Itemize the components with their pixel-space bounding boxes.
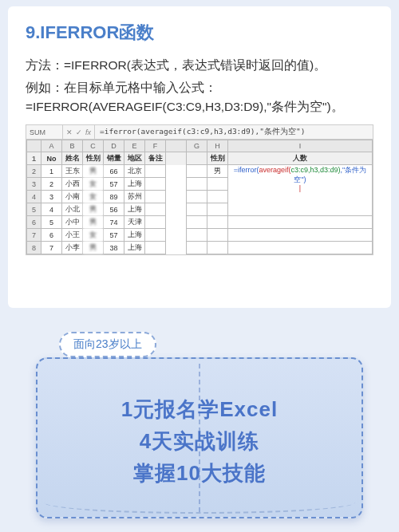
cell-no[interactable]: 7 <box>41 242 62 254</box>
cell-empty[interactable] <box>228 242 373 254</box>
gap-cell <box>166 191 187 203</box>
cell-note[interactable] <box>145 242 166 254</box>
cell-sex[interactable]: 女 <box>83 178 104 191</box>
example-text: 例如：在目标单元格中输入公式：=IFERROR(AVERAGEIF(C3:C9,… <box>26 78 373 116</box>
cell-sales[interactable]: 38 <box>104 242 124 254</box>
row-num[interactable]: 8 <box>27 242 41 254</box>
col-C[interactable]: C <box>83 140 104 152</box>
promo-book[interactable]: 1元报名学Excel 4天实战训练 掌握10大技能 <box>36 357 363 518</box>
cell-name[interactable]: 小李 <box>62 242 83 254</box>
cell-region[interactable]: 上海 <box>124 242 145 254</box>
col-G[interactable]: G <box>187 140 207 152</box>
col-E[interactable]: E <box>124 140 145 152</box>
corner-cell[interactable] <box>27 140 41 152</box>
fx-icon[interactable]: fx <box>85 128 91 136</box>
cell-region[interactable]: 天津 <box>124 216 145 229</box>
promo-section: 面向23岁以上 1元报名学Excel 4天实战训练 掌握10大技能 <box>8 335 391 518</box>
cell-region[interactable]: 上海 <box>124 178 145 191</box>
row-num[interactable]: 1 <box>27 152 41 165</box>
cell-sex[interactable]: 男 <box>83 165 104 178</box>
cell-empty[interactable] <box>207 203 228 216</box>
cell-sex[interactable]: 男 <box>83 242 104 254</box>
name-box[interactable]: SUM <box>26 125 63 139</box>
col-I[interactable]: I <box>228 140 373 152</box>
hdr-right-count[interactable]: 人数 <box>228 152 373 165</box>
row-num[interactable]: 4 <box>27 191 41 203</box>
cursor-icon: | <box>299 184 301 192</box>
hdr-note[interactable]: 备注 <box>145 152 166 165</box>
row-num[interactable]: 7 <box>27 229 41 242</box>
cell-name[interactable]: 小北 <box>62 203 83 216</box>
cell-note[interactable] <box>145 229 166 242</box>
cell-sales[interactable]: 74 <box>104 216 124 229</box>
cell-note[interactable] <box>145 216 166 229</box>
formula-result-cell[interactable]: =iferror(averageif(c3:c9,h3,d3:d9),"条件为空… <box>228 165 373 216</box>
cell-no[interactable]: 2 <box>41 178 62 191</box>
cell-name[interactable]: 小王 <box>62 229 83 242</box>
row-num[interactable]: 3 <box>27 178 41 191</box>
cell-empty[interactable] <box>207 191 228 203</box>
cell-empty[interactable] <box>207 216 228 229</box>
cell-name[interactable]: 王东 <box>62 165 83 178</box>
hdr-sex[interactable]: 性别 <box>83 152 104 165</box>
cell-empty[interactable] <box>207 229 228 242</box>
cell-note[interactable] <box>145 165 166 178</box>
cell-name[interactable]: 小南 <box>62 191 83 203</box>
cell-region[interactable]: 北京 <box>124 165 145 178</box>
excel-screenshot: SUM ✕ ✓ fx =iferror(averageif(c3:c9,h3,d… <box>26 124 373 255</box>
hdr-name[interactable]: 姓名 <box>62 152 83 165</box>
row-num[interactable]: 6 <box>27 216 41 229</box>
cell-note[interactable] <box>145 203 166 216</box>
cell-region[interactable]: 上海 <box>124 229 145 242</box>
row-num[interactable]: 5 <box>27 203 41 216</box>
col-F[interactable]: F <box>145 140 166 152</box>
gap-cell2 <box>187 216 207 229</box>
cell-region[interactable]: 苏州 <box>124 191 145 203</box>
col-D[interactable]: D <box>104 140 124 152</box>
hdr-no[interactable]: No <box>41 152 62 165</box>
cell-sex[interactable]: 男 <box>83 203 104 216</box>
table-row: 6 5 小中 男 74 天津 <box>27 216 373 229</box>
formula-seg-avgif: averageif( <box>259 166 290 174</box>
cell-empty[interactable] <box>207 242 228 254</box>
age-tag: 面向23岁以上 <box>59 332 156 357</box>
cell-name[interactable]: 小中 <box>62 216 83 229</box>
cell-no[interactable]: 6 <box>41 229 62 242</box>
cell-no[interactable]: 5 <box>41 216 62 229</box>
col-B[interactable]: B <box>62 140 83 152</box>
hdr-region[interactable]: 地区 <box>124 152 145 165</box>
formula-input[interactable]: =iferror(averageif(c3:c9,h3,d3:d9),"条件为空… <box>95 127 373 137</box>
cell-sex[interactable]: 女 <box>83 191 104 203</box>
col-A[interactable]: A <box>41 140 62 152</box>
cell-sales[interactable]: 66 <box>104 165 124 178</box>
cell-empty[interactable] <box>207 178 228 191</box>
cell-sales[interactable]: 57 <box>104 229 124 242</box>
cell-sales[interactable]: 57 <box>104 178 124 191</box>
cell-note[interactable] <box>145 178 166 191</box>
col-header-row: A B C D E F G H I <box>27 140 373 152</box>
cell-right-sex[interactable]: 男 <box>207 165 228 178</box>
cell-sales[interactable]: 89 <box>104 191 124 203</box>
cancel-icon[interactable]: ✕ <box>66 128 73 136</box>
cell-no[interactable]: 1 <box>41 165 62 178</box>
cell-sex[interactable]: 女 <box>83 229 104 242</box>
cell-name[interactable]: 小西 <box>62 178 83 191</box>
cell-sales[interactable]: 56 <box>104 203 124 216</box>
cell-no[interactable]: 3 <box>41 191 62 203</box>
method-text: 方法：=IFERROR(表达式，表达式错误时返回的值)。 <box>26 56 373 75</box>
gap-cell <box>166 203 187 216</box>
row-num[interactable]: 2 <box>27 165 41 178</box>
cell-region[interactable]: 上海 <box>124 203 145 216</box>
hdr-right-sex[interactable]: 性别 <box>207 152 228 165</box>
cell-empty[interactable] <box>228 216 373 229</box>
worksheet[interactable]: A B C D E F G H I 1 No 姓名 性别 销量 <box>26 140 373 254</box>
gap-cell2 <box>187 165 207 178</box>
cell-note[interactable] <box>145 191 166 203</box>
col-H[interactable]: H <box>207 140 228 152</box>
cell-no[interactable]: 4 <box>41 203 62 216</box>
cell-sex[interactable]: 男 <box>83 216 104 229</box>
hdr-sales[interactable]: 销量 <box>104 152 124 165</box>
cell-empty[interactable] <box>228 229 373 242</box>
confirm-icon[interactable]: ✓ <box>76 128 82 136</box>
sheet-table: A B C D E F G H I 1 No 姓名 性别 销量 <box>26 140 373 254</box>
